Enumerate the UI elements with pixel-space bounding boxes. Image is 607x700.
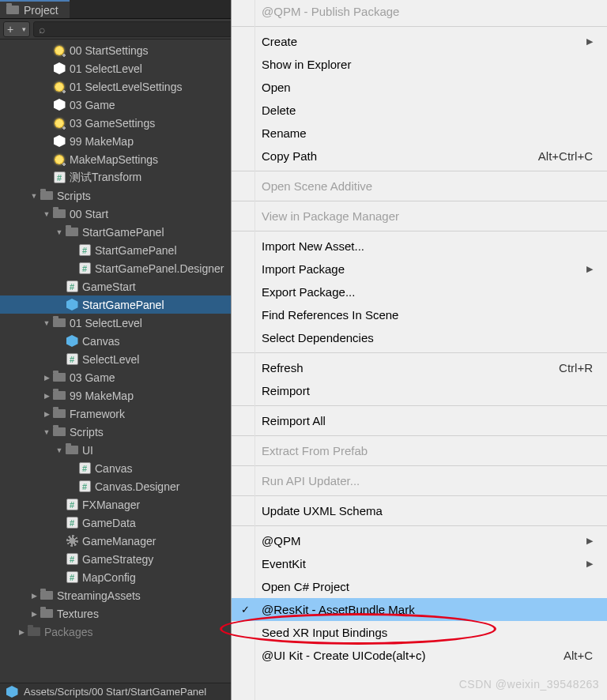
menu-item-label: Show in Explorer bbox=[262, 58, 351, 71]
cs-icon: # bbox=[65, 280, 79, 293]
menu-item[interactable]: Open bbox=[232, 76, 607, 99]
menu-item[interactable]: Reimport All bbox=[232, 409, 607, 432]
tree-item-label: 99 MakeMap bbox=[70, 135, 134, 148]
tree-item-label: Framework bbox=[70, 408, 125, 420]
expand-arrow-icon[interactable]: ▼ bbox=[54, 445, 65, 456]
create-button[interactable]: + ▾ bbox=[3, 21, 30, 37]
menu-item[interactable]: Seed XR Input Bindings bbox=[232, 621, 607, 644]
expand-arrow-icon[interactable]: ▼ bbox=[41, 318, 52, 329]
menu-item[interactable]: Reimport bbox=[232, 379, 607, 402]
menu-item: View in Package Manager bbox=[232, 205, 607, 228]
menu-item-label: Reimport All bbox=[262, 414, 326, 427]
tree-item-label: GameStart bbox=[82, 280, 136, 293]
prefab-icon bbox=[65, 299, 79, 311]
folder-icon bbox=[40, 608, 54, 620]
expand-arrow-icon[interactable]: ▶ bbox=[16, 627, 27, 638]
menu-item-label: Create bbox=[262, 35, 297, 48]
unity-icon bbox=[52, 99, 66, 111]
arrow-spacer bbox=[41, 45, 52, 56]
check-icon: ✓ bbox=[241, 604, 250, 615]
expand-arrow-icon[interactable]: ▼ bbox=[41, 427, 52, 438]
tree-item-label: StartGamePanel bbox=[95, 244, 177, 257]
expand-arrow-icon[interactable]: ▶ bbox=[41, 408, 52, 420]
menu-item-label: @QPM - Publish Package bbox=[262, 5, 399, 18]
tree-item-label: GameData bbox=[82, 517, 136, 529]
arrow-spacer bbox=[54, 499, 65, 510]
menu-item[interactable]: EventKit▶ bbox=[232, 552, 607, 575]
arrow-spacer bbox=[41, 136, 52, 147]
menu-item[interactable]: Import New Asset... bbox=[232, 235, 607, 258]
chevron-down-icon: ▾ bbox=[22, 25, 26, 33]
expand-arrow-icon[interactable]: ▼ bbox=[28, 190, 40, 201]
gear-icon bbox=[65, 535, 79, 548]
context-menu: @QPM - Publish PackageCreate▶Show in Exp… bbox=[231, 0, 607, 700]
menu-item[interactable]: Select Dependencies bbox=[232, 326, 607, 349]
expand-arrow-icon[interactable]: ▶ bbox=[28, 608, 40, 619]
tree-item-label: Scripts bbox=[57, 190, 91, 202]
menu-shortcut: Ctrl+R bbox=[559, 361, 593, 374]
tree-item-label: 00 Start bbox=[70, 208, 108, 220]
expand-arrow-icon[interactable]: ▶ bbox=[41, 372, 52, 383]
tree-item-label: 00 StartSettings bbox=[70, 44, 149, 57]
menu-item[interactable]: @QPM▶ bbox=[232, 529, 607, 552]
menu-separator bbox=[232, 465, 607, 466]
menu-item[interactable]: Rename bbox=[232, 122, 607, 145]
arrow-spacer bbox=[41, 154, 52, 165]
menu-separator bbox=[232, 525, 607, 526]
menu-item[interactable]: Copy PathAlt+Ctrl+C bbox=[232, 145, 607, 167]
cs-icon: # bbox=[65, 499, 79, 511]
arrow-spacer bbox=[66, 481, 77, 492]
menu-item-label: Import New Asset... bbox=[262, 239, 364, 253]
menu-item-label: Rename bbox=[262, 126, 307, 140]
menu-item[interactable]: Find References In Scene bbox=[232, 303, 607, 326]
folder-icon bbox=[52, 371, 66, 384]
menu-item: Run API Updater... bbox=[232, 469, 607, 492]
menu-item[interactable]: ✓@ResKit - AssetBundle Mark bbox=[232, 598, 607, 621]
footer-path: Assets/Scripts/00 Start/StartGamePanel bbox=[24, 686, 206, 698]
tree-item-label: Canvas bbox=[95, 462, 132, 475]
expand-arrow-icon[interactable]: ▼ bbox=[54, 227, 65, 238]
folder-icon bbox=[52, 408, 66, 420]
menu-separator bbox=[232, 171, 607, 171]
arrow-spacer bbox=[54, 517, 65, 529]
arrow-spacer bbox=[54, 281, 65, 292]
arrow-spacer bbox=[66, 245, 77, 256]
prefab-icon bbox=[65, 335, 79, 348]
arrow-spacer bbox=[66, 263, 77, 274]
menu-item[interactable]: Create▶ bbox=[232, 30, 607, 53]
menu-item[interactable]: RefreshCtrl+R bbox=[232, 356, 607, 379]
menu-item[interactable]: @UI Kit - Create UICode(alt+c)Alt+C bbox=[232, 644, 607, 667]
menu-item-label: EventKit bbox=[262, 557, 306, 570]
tree-item-label: 01 SelectLevel bbox=[70, 317, 142, 329]
tree-item-label: 01 SelectLevel bbox=[70, 62, 142, 75]
project-tab[interactable]: Project bbox=[0, 0, 70, 18]
tree-item-label: GameManager bbox=[82, 535, 156, 548]
cs-icon: # bbox=[52, 171, 66, 184]
menu-item[interactable]: Show in Explorer bbox=[232, 53, 607, 76]
menu-item-label: Refresh bbox=[262, 361, 304, 374]
cs-icon: # bbox=[77, 462, 92, 475]
menu-item[interactable]: Export Package... bbox=[232, 280, 607, 303]
arrow-spacer bbox=[54, 299, 65, 310]
folder-icon bbox=[6, 6, 19, 15]
expand-arrow-icon[interactable]: ▶ bbox=[28, 590, 40, 601]
menu-item[interactable]: Open C# Project bbox=[232, 575, 607, 598]
menu-separator bbox=[232, 26, 607, 27]
expand-arrow-icon[interactable]: ▼ bbox=[41, 209, 52, 220]
chevron-right-icon: ▶ bbox=[586, 559, 593, 569]
menu-separator bbox=[232, 352, 607, 353]
expand-arrow-icon[interactable]: ▶ bbox=[41, 390, 52, 401]
tree-item-label: GameStrategy bbox=[82, 553, 153, 566]
light-icon bbox=[52, 81, 66, 93]
menu-item[interactable]: Update UXML Schema bbox=[232, 499, 607, 522]
tree-item-label: FXManager bbox=[82, 499, 140, 511]
arrow-spacer bbox=[41, 118, 52, 129]
tree-item-label: Canvas.Designer bbox=[95, 480, 179, 493]
tree-item-label: UI bbox=[82, 444, 93, 457]
light-icon bbox=[52, 117, 66, 130]
menu-item-label: Export Package... bbox=[262, 285, 355, 299]
menu-shortcut: Alt+Ctrl+C bbox=[538, 149, 593, 163]
menu-item[interactable]: Import Package▶ bbox=[232, 258, 607, 280]
menu-item[interactable]: Delete bbox=[232, 99, 607, 122]
chevron-right-icon: ▶ bbox=[586, 36, 593, 47]
